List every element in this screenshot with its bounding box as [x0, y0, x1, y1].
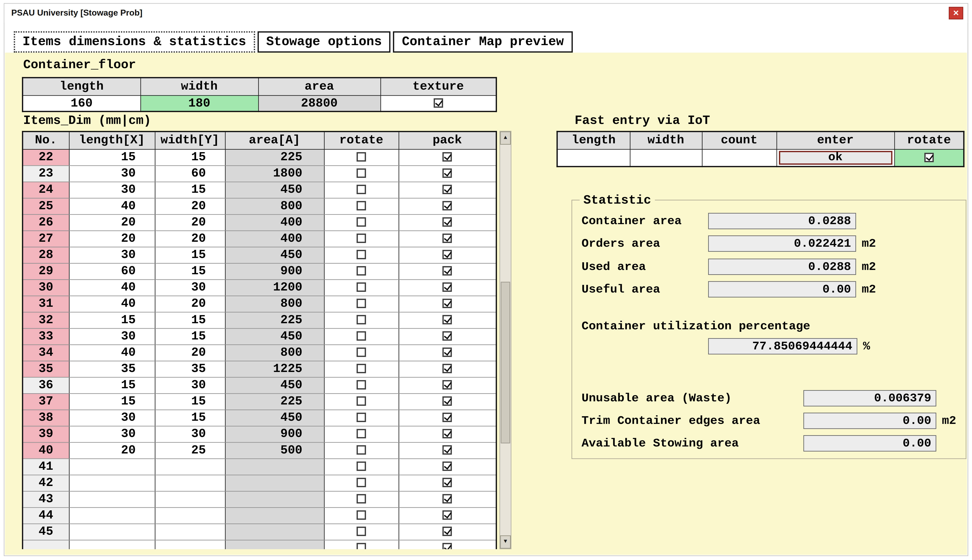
items-length-cell[interactable]: 40: [69, 295, 155, 312]
pack-checkbox[interactable]: [443, 478, 452, 488]
items-pack-cell[interactable]: [399, 279, 496, 295]
items-width-cell[interactable]: [155, 491, 225, 507]
items-width-cell[interactable]: 15: [155, 393, 225, 410]
items-pack-cell[interactable]: [399, 410, 496, 426]
items-width-cell[interactable]: 60: [155, 165, 225, 182]
items-rotate-cell[interactable]: [324, 393, 399, 410]
items-width-cell[interactable]: 30: [155, 279, 225, 295]
rotate-checkbox[interactable]: [357, 527, 366, 536]
items-length-cell[interactable]: 30: [69, 247, 155, 263]
items-no-cell[interactable]: 24: [23, 182, 69, 198]
used-area-field[interactable]: 0.0288: [708, 259, 856, 275]
items-pack-cell[interactable]: [399, 523, 496, 540]
items-pack-cell[interactable]: [399, 507, 496, 523]
rotate-checkbox[interactable]: [357, 364, 366, 373]
rotate-checkbox[interactable]: [357, 283, 366, 292]
trim-edges-field[interactable]: 0.00: [803, 413, 936, 429]
rotate-checkbox[interactable]: [357, 445, 366, 455]
items-rotate-cell[interactable]: [324, 247, 399, 263]
rotate-checkbox[interactable]: [357, 413, 366, 422]
items-rotate-cell[interactable]: [324, 263, 399, 279]
items-length-cell[interactable]: 15: [69, 149, 155, 165]
pack-checkbox[interactable]: [443, 527, 452, 536]
items-rotate-cell[interactable]: [324, 230, 399, 247]
items-rotate-cell[interactable]: [324, 295, 399, 312]
items-no-cell[interactable]: 36: [23, 377, 69, 393]
items-length-cell[interactable]: 20: [69, 442, 155, 458]
scrollbar-thumb[interactable]: [501, 282, 510, 443]
items-width-cell[interactable]: 25: [155, 442, 225, 458]
items-width-cell[interactable]: 15: [155, 263, 225, 279]
items-area-cell[interactable]: 1200: [225, 279, 324, 295]
items-pack-cell[interactable]: [399, 393, 496, 410]
items-length-cell[interactable]: 15: [69, 377, 155, 393]
items-no-cell[interactable]: 22: [23, 149, 69, 165]
items-area-cell[interactable]: 450: [225, 247, 324, 263]
cf-texture-cell[interactable]: [381, 95, 496, 112]
rotate-checkbox[interactable]: [357, 397, 366, 406]
items-length-cell[interactable]: [69, 540, 155, 549]
rotate-checkbox[interactable]: [357, 543, 366, 549]
pack-checkbox[interactable]: [443, 201, 452, 211]
rotate-checkbox[interactable]: [357, 185, 366, 194]
items-rotate-cell[interactable]: [324, 410, 399, 426]
items-area-cell[interactable]: 800: [225, 345, 324, 361]
items-pack-cell[interactable]: [399, 475, 496, 491]
items-length-cell[interactable]: 30: [69, 328, 155, 345]
rotate-checkbox[interactable]: [357, 478, 366, 488]
items-length-cell[interactable]: 40: [69, 198, 155, 214]
pack-checkbox[interactable]: [443, 397, 452, 406]
rotate-checkbox[interactable]: [357, 168, 366, 178]
items-pack-cell[interactable]: [399, 230, 496, 247]
items-width-cell[interactable]: 20: [155, 295, 225, 312]
items-area-cell[interactable]: 900: [225, 426, 324, 442]
items-rotate-cell[interactable]: [324, 165, 399, 182]
items-pack-cell[interactable]: [399, 149, 496, 165]
items-pack-cell[interactable]: [399, 295, 496, 312]
scroll-up-button[interactable]: ▲: [500, 132, 511, 145]
items-pack-cell[interactable]: [399, 540, 496, 549]
items-width-cell[interactable]: 15: [155, 312, 225, 328]
available-stowing-field[interactable]: 0.00: [803, 435, 936, 452]
items-area-cell[interactable]: 400: [225, 214, 324, 230]
items-no-cell[interactable]: 26: [23, 214, 69, 230]
items-area-cell[interactable]: 450: [225, 182, 324, 198]
items-scrollbar[interactable]: ▲ ▼: [499, 131, 511, 549]
items-width-cell[interactable]: 35: [155, 361, 225, 377]
rotate-checkbox[interactable]: [357, 234, 366, 243]
rotate-checkbox[interactable]: [357, 218, 366, 227]
cf-area-cell[interactable]: 28800: [258, 95, 381, 112]
items-area-cell[interactable]: [225, 458, 324, 475]
utilization-field[interactable]: 77.85069444444: [708, 338, 857, 354]
items-area-cell[interactable]: [225, 507, 324, 523]
items-rotate-cell[interactable]: [324, 523, 399, 540]
items-pack-cell[interactable]: [399, 312, 496, 328]
items-area-cell[interactable]: 400: [225, 230, 324, 247]
pack-checkbox[interactable]: [443, 543, 452, 549]
items-area-cell[interactable]: [225, 475, 324, 491]
items-no-cell[interactable]: 43: [23, 491, 69, 507]
items-no-cell[interactable]: 40: [23, 442, 69, 458]
rotate-checkbox[interactable]: [357, 462, 366, 471]
items-rotate-cell[interactable]: [324, 214, 399, 230]
items-pack-cell[interactable]: [399, 426, 496, 442]
rotate-checkbox[interactable]: [357, 250, 366, 260]
items-rotate-cell[interactable]: [324, 426, 399, 442]
pack-checkbox[interactable]: [443, 332, 452, 341]
items-pack-cell[interactable]: [399, 442, 496, 458]
items-pack-cell[interactable]: [399, 198, 496, 214]
items-no-cell[interactable]: 27: [23, 230, 69, 247]
items-no-cell[interactable]: 42: [23, 475, 69, 491]
items-no-cell[interactable]: 37: [23, 393, 69, 410]
items-no-cell[interactable]: 45: [23, 523, 69, 540]
items-no-cell[interactable]: 25: [23, 198, 69, 214]
tab-items-dimensions[interactable]: Items dimensions & statistics: [14, 32, 255, 53]
items-no-cell[interactable]: 44: [23, 507, 69, 523]
items-pack-cell[interactable]: [399, 377, 496, 393]
items-area-cell[interactable]: 225: [225, 312, 324, 328]
items-rotate-cell[interactable]: [324, 328, 399, 345]
items-rotate-cell[interactable]: [324, 279, 399, 295]
pack-checkbox[interactable]: [443, 315, 452, 325]
items-no-cell[interactable]: 35: [23, 361, 69, 377]
items-area-cell[interactable]: [225, 540, 324, 549]
